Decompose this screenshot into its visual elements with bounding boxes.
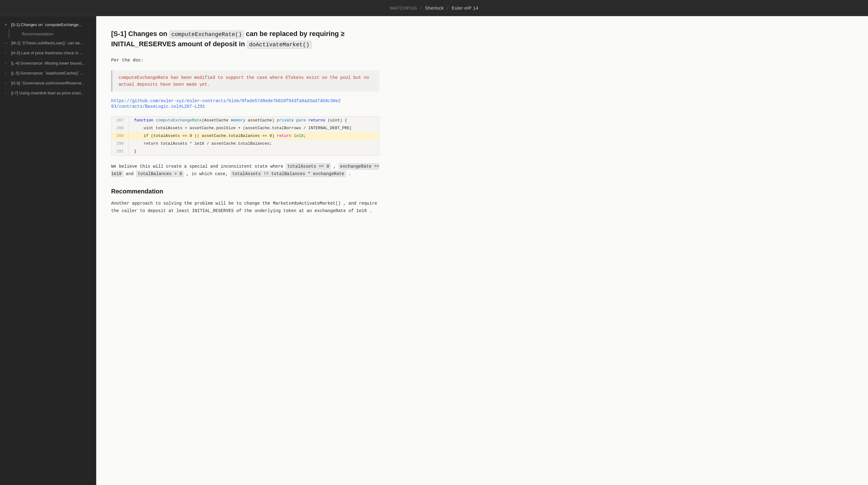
sidebar-item-m2[interactable]: – [M-2] `DToken.sol#flashLoan()` can be.… — [0, 38, 96, 48]
line-num-291: 291 — [112, 148, 129, 156]
line-code-287: function computeExchangeRate(AssetCache … — [129, 117, 379, 124]
blockquote-text: computeExchangeRate has been modified to… — [119, 74, 373, 88]
chevron-right-icon-l5: › — [5, 71, 10, 75]
recommendation-heading: Recommendation — [111, 188, 379, 195]
project-label: Sherlock — [425, 5, 444, 10]
code-line-290: 290 return totalAssets * 1e18 / assetCac… — [112, 140, 379, 148]
inline-code-initial-reserves: INITIAL_RESERVES — [192, 208, 234, 213]
sidebar-item-l5-label: [L-5] Governance: `loadAssetCache()` ... — [11, 70, 92, 76]
code-table: 287 function computeExchangeRate(AssetCa… — [112, 117, 379, 155]
line-num-290: 290 — [112, 140, 129, 148]
belief-paragraph: We believe this will create a special an… — [111, 163, 379, 178]
sidebar: ▾ [S-1] Changes on `computeExchange... R… — [0, 16, 96, 485]
content-inner: [S-1] Changes on computeExchangeRate() c… — [96, 16, 394, 227]
inline-code-totalbalances: totalBalances > 0 — [136, 171, 184, 177]
sidebar-item-s1[interactable]: ▾ [S-1] Changes on `computeExchange... — [0, 20, 96, 30]
code-line-287: 287 function computeExchangeRate(AssetCa… — [112, 117, 379, 124]
line-code-291: } — [129, 148, 379, 156]
line-code-290: return totalAssets * 1e18 / assetCache.t… — [129, 140, 379, 148]
issue-title-code2: doActivateMarket() — [247, 41, 311, 49]
blockquote: computeExchangeRate has been modified to… — [111, 70, 379, 92]
inline-code-doactivatemarket: Markets#doActivateMarket() — [273, 201, 341, 206]
code-line-288: 288 uint totalAssets = assetCache.poolSi… — [112, 124, 379, 132]
inline-code-1e18: 1e18 — [356, 208, 367, 213]
recommendation-text: Another approach to solving the problem … — [111, 200, 379, 215]
sidebar-item-l4-label: [L-4] Governance: Missing lower bound... — [11, 61, 92, 66]
header-title: WATCHPUG / Sherlock / Euler eIP 14 — [390, 5, 478, 10]
inline-code-inequality: totalAssets != totalBalances * exchangeR… — [231, 171, 346, 177]
main-layout: ▾ [S-1] Changes on `computeExchange... R… — [0, 16, 868, 485]
sidebar-item-g6-label: [G-6] `Governance.sol#convertReserve... — [11, 81, 92, 86]
code-line-291: 291 } — [112, 148, 379, 156]
report-label: Euler eIP 14 — [452, 5, 478, 10]
brand-label: WATCHPUG — [390, 5, 417, 10]
dash-icon: – — [5, 40, 10, 46]
sidebar-item-l5[interactable]: › [L-5] Governance: `loadAssetCache()` .… — [0, 68, 96, 78]
chevron-right-icon-h3: › — [5, 51, 10, 55]
issue-title: [S-1] Changes on computeExchangeRate() c… — [111, 29, 379, 49]
issue-title-code1: computeExchangeRate() — [169, 30, 244, 38]
github-link[interactable]: https://github.com/euler-xyz/euler-contr… — [111, 98, 341, 109]
content-area: [S-1] Changes on computeExchangeRate() c… — [96, 16, 868, 485]
sep1: / — [420, 5, 422, 10]
line-code-289: if (totalAssets == 0 || assetCache.total… — [129, 132, 379, 140]
inline-code-totalassets: totalAssets == 0 — [286, 163, 331, 170]
sidebar-sub-item-recommendation[interactable]: Recommendation — [9, 30, 96, 38]
sidebar-sub-item-label: Recommendation — [22, 32, 53, 36]
per-doc-text: Per the doc: — [111, 57, 379, 64]
chevron-down-icon: ▾ — [5, 22, 10, 27]
chevron-right-icon-i7: › — [5, 91, 10, 95]
line-num-288: 288 — [112, 124, 129, 132]
code-line-289: 289 if (totalAssets == 0 || assetCache.t… — [112, 132, 379, 140]
sidebar-item-s1-label: [S-1] Changes on `computeExchange... — [11, 22, 92, 28]
sidebar-item-i7-label: [I-7] Using chainlink feed as price orac… — [11, 90, 92, 96]
chevron-right-icon-g6: › — [5, 81, 10, 85]
code-block: 287 function computeExchangeRate(AssetCa… — [111, 116, 379, 156]
line-num-287: 287 — [112, 117, 129, 124]
sidebar-item-l4[interactable]: › [L-4] Governance: Missing lower bound.… — [0, 58, 96, 68]
chevron-right-icon-l4: › — [5, 61, 10, 65]
sidebar-item-g6[interactable]: › [G-6] `Governance.sol#convertReserve..… — [0, 78, 96, 88]
line-code-288: uint totalAssets = assetCache.poolSize +… — [129, 124, 379, 132]
sidebar-item-m2-label: [M-2] `DToken.sol#flashLoan()` can be... — [11, 40, 92, 46]
header: WATCHPUG / Sherlock / Euler eIP 14 — [0, 0, 868, 16]
issue-title-prefix: [S-1] Changes on — [111, 30, 169, 37]
line-num-289: 289 — [112, 132, 129, 140]
sidebar-item-h3[interactable]: › [H-3] Lack of price freshness check in… — [0, 48, 96, 58]
sidebar-item-i7[interactable]: › [I-7] Using chainlink feed as price or… — [0, 88, 96, 98]
sidebar-item-h3-label: [H-3] Lack of price freshness check in .… — [11, 50, 92, 56]
sep2: / — [447, 5, 448, 10]
